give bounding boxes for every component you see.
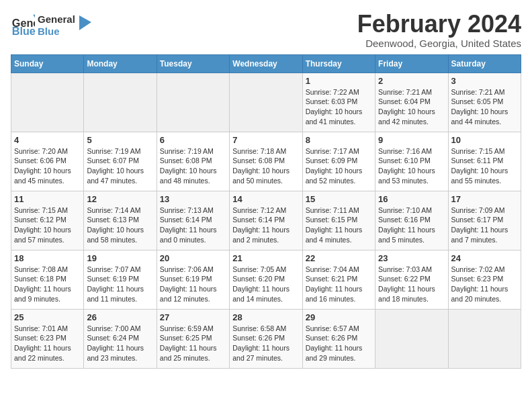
day-cell: 8Sunrise: 7:17 AM Sunset: 6:09 PM Daylig… bbox=[302, 132, 375, 191]
day-cell: 15Sunrise: 7:11 AM Sunset: 6:15 PM Dayli… bbox=[302, 191, 375, 250]
day-info: Sunrise: 7:10 AM Sunset: 6:16 PM Dayligh… bbox=[378, 205, 445, 245]
week-row-4: 18Sunrise: 7:08 AM Sunset: 6:18 PM Dayli… bbox=[11, 250, 521, 309]
day-number: 23 bbox=[378, 253, 445, 263]
calendar-body: 1Sunrise: 7:22 AM Sunset: 6:03 PM Daylig… bbox=[11, 73, 521, 368]
day-info: Sunrise: 7:00 AM Sunset: 6:24 PM Dayligh… bbox=[87, 324, 153, 363]
day-cell: 17Sunrise: 7:09 AM Sunset: 6:17 PM Dayli… bbox=[448, 191, 521, 250]
day-number: 3 bbox=[451, 76, 518, 86]
day-cell: 14Sunrise: 7:12 AM Sunset: 6:14 PM Dayli… bbox=[230, 191, 302, 250]
week-row-1: 1Sunrise: 7:22 AM Sunset: 6:03 PM Daylig… bbox=[11, 73, 521, 132]
main-title: February 2024 bbox=[357, 11, 521, 38]
day-number: 21 bbox=[232, 253, 299, 263]
page-header: General Blue General Blue February 2024 … bbox=[11, 11, 521, 49]
day-info: Sunrise: 7:02 AM Sunset: 6:23 PM Dayligh… bbox=[451, 265, 518, 304]
day-number: 17 bbox=[451, 194, 518, 204]
day-number: 19 bbox=[87, 253, 153, 263]
day-number: 9 bbox=[378, 135, 445, 145]
day-number: 11 bbox=[14, 194, 81, 204]
svg-text:Blue: Blue bbox=[12, 25, 35, 37]
day-cell: 7Sunrise: 7:18 AM Sunset: 6:08 PM Daylig… bbox=[230, 132, 302, 191]
logo-blue: Blue bbox=[38, 26, 75, 38]
header-cell-friday: Friday bbox=[375, 54, 448, 73]
day-number: 24 bbox=[451, 253, 518, 263]
day-cell: 10Sunrise: 7:15 AM Sunset: 6:11 PM Dayli… bbox=[448, 132, 521, 191]
day-cell: 1Sunrise: 7:22 AM Sunset: 6:03 PM Daylig… bbox=[302, 73, 375, 132]
day-info: Sunrise: 7:12 AM Sunset: 6:14 PM Dayligh… bbox=[232, 205, 299, 245]
day-cell bbox=[84, 73, 157, 132]
day-cell: 24Sunrise: 7:02 AM Sunset: 6:23 PM Dayli… bbox=[448, 250, 521, 309]
day-number: 5 bbox=[87, 135, 153, 145]
day-cell: 26Sunrise: 7:00 AM Sunset: 6:24 PM Dayli… bbox=[84, 309, 157, 368]
day-number: 15 bbox=[306, 194, 372, 204]
day-cell: 2Sunrise: 7:21 AM Sunset: 6:04 PM Daylig… bbox=[375, 73, 448, 132]
day-cell: 28Sunrise: 6:58 AM Sunset: 6:26 PM Dayli… bbox=[230, 309, 302, 368]
day-info: Sunrise: 7:19 AM Sunset: 6:07 PM Dayligh… bbox=[87, 146, 153, 186]
logo-general: General bbox=[38, 13, 75, 26]
day-cell: 12Sunrise: 7:14 AM Sunset: 6:13 PM Dayli… bbox=[84, 191, 157, 250]
day-info: Sunrise: 7:08 AM Sunset: 6:18 PM Dayligh… bbox=[14, 265, 81, 304]
day-number: 29 bbox=[306, 312, 372, 322]
day-cell: 29Sunrise: 6:57 AM Sunset: 6:26 PM Dayli… bbox=[302, 309, 375, 368]
day-cell: 25Sunrise: 7:01 AM Sunset: 6:23 PM Dayli… bbox=[11, 309, 84, 368]
day-number: 25 bbox=[14, 312, 81, 322]
day-cell bbox=[157, 73, 229, 132]
day-info: Sunrise: 7:20 AM Sunset: 6:06 PM Dayligh… bbox=[14, 146, 81, 186]
subtitle: Deenwood, Georgia, United States bbox=[357, 38, 521, 49]
day-number: 6 bbox=[160, 135, 226, 145]
day-cell bbox=[230, 73, 302, 132]
day-cell: 21Sunrise: 7:05 AM Sunset: 6:20 PM Dayli… bbox=[230, 250, 302, 309]
header-cell-sunday: Sunday bbox=[11, 54, 84, 73]
day-info: Sunrise: 7:21 AM Sunset: 6:04 PM Dayligh… bbox=[378, 87, 445, 127]
day-info: Sunrise: 7:16 AM Sunset: 6:10 PM Dayligh… bbox=[378, 146, 445, 186]
day-number: 12 bbox=[87, 194, 153, 204]
day-info: Sunrise: 7:01 AM Sunset: 6:23 PM Dayligh… bbox=[14, 324, 81, 363]
day-number: 22 bbox=[306, 253, 372, 263]
day-number: 7 bbox=[232, 135, 299, 145]
day-info: Sunrise: 7:09 AM Sunset: 6:17 PM Dayligh… bbox=[451, 205, 518, 245]
day-cell: 18Sunrise: 7:08 AM Sunset: 6:18 PM Dayli… bbox=[11, 250, 84, 309]
day-number: 16 bbox=[378, 194, 445, 204]
logo-icon: General Blue bbox=[11, 13, 35, 38]
day-cell: 4Sunrise: 7:20 AM Sunset: 6:06 PM Daylig… bbox=[11, 132, 84, 191]
title-block: February 2024 Deenwood, Georgia, United … bbox=[357, 11, 521, 49]
week-row-5: 25Sunrise: 7:01 AM Sunset: 6:23 PM Dayli… bbox=[11, 309, 521, 368]
day-info: Sunrise: 6:59 AM Sunset: 6:25 PM Dayligh… bbox=[160, 324, 226, 363]
calendar-table: SundayMondayTuesdayWednesdayThursdayFrid… bbox=[11, 54, 521, 369]
day-info: Sunrise: 6:58 AM Sunset: 6:26 PM Dayligh… bbox=[232, 324, 299, 363]
day-info: Sunrise: 7:15 AM Sunset: 6:12 PM Dayligh… bbox=[14, 205, 81, 245]
day-number: 13 bbox=[160, 194, 226, 204]
week-row-2: 4Sunrise: 7:20 AM Sunset: 6:06 PM Daylig… bbox=[11, 132, 521, 191]
day-cell: 13Sunrise: 7:13 AM Sunset: 6:14 PM Dayli… bbox=[157, 191, 229, 250]
day-cell: 27Sunrise: 6:59 AM Sunset: 6:25 PM Dayli… bbox=[157, 309, 229, 368]
day-cell: 3Sunrise: 7:21 AM Sunset: 6:05 PM Daylig… bbox=[448, 73, 521, 132]
day-cell: 16Sunrise: 7:10 AM Sunset: 6:16 PM Dayli… bbox=[375, 191, 448, 250]
day-cell bbox=[375, 309, 448, 368]
day-number: 2 bbox=[378, 76, 445, 86]
day-number: 18 bbox=[14, 253, 81, 263]
day-cell: 22Sunrise: 7:04 AM Sunset: 6:21 PM Dayli… bbox=[302, 250, 375, 309]
header-cell-monday: Monday bbox=[84, 54, 157, 73]
day-cell bbox=[11, 73, 84, 132]
logo: General Blue General Blue bbox=[11, 13, 91, 38]
day-info: Sunrise: 6:57 AM Sunset: 6:26 PM Dayligh… bbox=[306, 324, 372, 363]
day-cell: 23Sunrise: 7:03 AM Sunset: 6:22 PM Dayli… bbox=[375, 250, 448, 309]
day-info: Sunrise: 7:15 AM Sunset: 6:11 PM Dayligh… bbox=[451, 146, 518, 186]
day-cell: 20Sunrise: 7:06 AM Sunset: 6:19 PM Dayli… bbox=[157, 250, 229, 309]
header-row: SundayMondayTuesdayWednesdayThursdayFrid… bbox=[11, 54, 521, 73]
calendar-header: SundayMondayTuesdayWednesdayThursdayFrid… bbox=[11, 54, 521, 73]
week-row-3: 11Sunrise: 7:15 AM Sunset: 6:12 PM Dayli… bbox=[11, 191, 521, 250]
day-cell: 11Sunrise: 7:15 AM Sunset: 6:12 PM Dayli… bbox=[11, 191, 84, 250]
day-info: Sunrise: 7:04 AM Sunset: 6:21 PM Dayligh… bbox=[306, 265, 372, 304]
day-number: 28 bbox=[232, 312, 299, 322]
day-info: Sunrise: 7:14 AM Sunset: 6:13 PM Dayligh… bbox=[87, 205, 153, 245]
svg-marker-3 bbox=[79, 15, 91, 30]
day-number: 8 bbox=[306, 135, 372, 145]
header-cell-tuesday: Tuesday bbox=[157, 54, 229, 73]
day-number: 26 bbox=[87, 312, 153, 322]
day-number: 20 bbox=[160, 253, 226, 263]
day-info: Sunrise: 7:05 AM Sunset: 6:20 PM Dayligh… bbox=[232, 265, 299, 304]
day-number: 27 bbox=[160, 312, 226, 322]
day-cell: 19Sunrise: 7:07 AM Sunset: 6:19 PM Dayli… bbox=[84, 250, 157, 309]
day-info: Sunrise: 7:07 AM Sunset: 6:19 PM Dayligh… bbox=[87, 265, 153, 304]
day-info: Sunrise: 7:11 AM Sunset: 6:15 PM Dayligh… bbox=[306, 205, 372, 245]
